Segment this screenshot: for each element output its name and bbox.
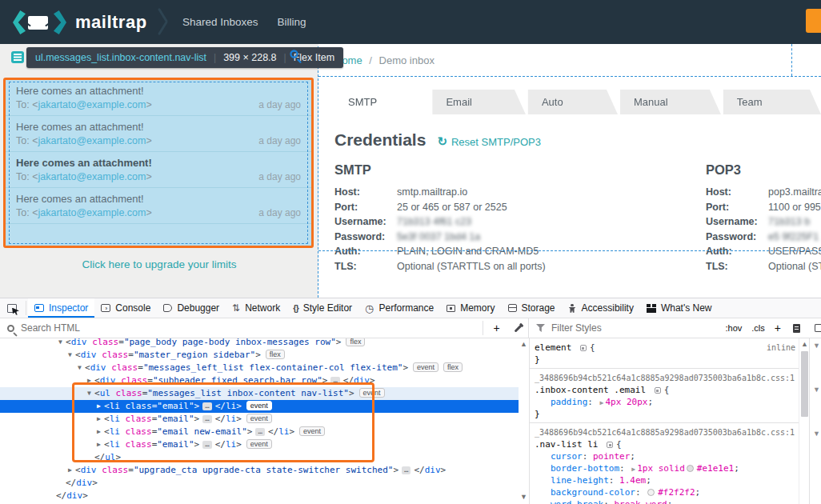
header-cta-button[interactable] <box>806 9 821 33</box>
filter-styles-input[interactable]: Filter Styles <box>551 322 721 334</box>
color-swatch[interactable] <box>647 489 655 496</box>
markup-row[interactable]: ▶<li class="email new-email">…</li>event <box>0 426 519 438</box>
markup-row[interactable]: ▼<div class="messages_left_list flex-con… <box>0 362 519 374</box>
highlight-target-icon[interactable] <box>607 442 613 448</box>
page-search-icon[interactable] <box>290 50 298 58</box>
event-badge[interactable]: event <box>359 388 385 398</box>
css-declaration[interactable]: border-bottom: ▶1px solid#e1e1e1; <box>530 462 799 474</box>
print-to-file-icon[interactable] <box>793 324 800 333</box>
css-declaration[interactable]: background-color: #f2f2f2; <box>530 486 799 498</box>
expander-icon[interactable]: ▶ <box>84 374 94 387</box>
event-badge[interactable]: event <box>413 362 439 372</box>
css-declaration[interactable]: line-height: 1.4em; <box>530 474 799 486</box>
nav-item-shared-inboxes[interactable]: Shared Inboxes <box>182 16 258 28</box>
node-ellipsis-badge[interactable]: … <box>202 402 211 410</box>
flex-badge[interactable]: flex <box>443 362 463 372</box>
node-ellipsis-badge[interactable]: … <box>202 415 211 423</box>
css-selector-line[interactable]: .inbox-content .email { <box>530 384 799 396</box>
markup-row[interactable]: </div> <box>0 490 519 502</box>
add-rule-button[interactable]: + <box>770 320 786 336</box>
expander-icon[interactable]: ▶ <box>94 400 104 413</box>
expander-icon[interactable]: ▼ <box>65 349 75 362</box>
flex-badge[interactable]: flex <box>266 350 285 359</box>
markup-scrollbar[interactable]: ▲ ▼ <box>519 338 529 504</box>
mail-list-item[interactable]: Here comes an attachment!To: <jakartato@… <box>6 80 311 116</box>
mailtrap-logo[interactable]: mailtrap <box>13 8 147 37</box>
markup-row[interactable]: ▶<div class="subheader fixed search-bar … <box>0 374 519 387</box>
class-toggle-button[interactable]: .cls <box>747 322 770 334</box>
eyedropper-icon[interactable] <box>514 324 522 332</box>
color-swatch[interactable] <box>687 465 694 472</box>
devtools-tab-console[interactable]: ›Console <box>94 298 157 318</box>
event-badge[interactable]: event <box>299 426 325 436</box>
chevron-down-icon[interactable]: ▼ <box>813 430 820 438</box>
devtools-tab-debugger[interactable]: Debugger <box>157 298 226 318</box>
search-html-input[interactable]: Search HTML <box>0 322 479 334</box>
css-declaration[interactable]: word-break: break-word; <box>530 498 799 504</box>
markup-row[interactable]: ▼<div class="master_region sidebar">flex <box>0 349 519 362</box>
mail-list-item[interactable]: Here comes an attachment!To: <jakartato@… <box>6 152 311 188</box>
markup-row[interactable]: </ul> <box>0 451 519 464</box>
devtools-tab-style-editor[interactable]: {}Style Editor <box>286 298 358 318</box>
upgrade-limits-link[interactable]: Click here to upgrade your limits <box>0 258 318 270</box>
expander-icon[interactable]: ▼ <box>55 338 66 349</box>
devtools-tab-memory[interactable]: Memory <box>440 298 501 318</box>
devtools-tab-what-s-new[interactable]: What's New <box>640 298 719 318</box>
expander-icon[interactable]: ▶ <box>94 438 104 451</box>
devtools-tab-network[interactable]: ⇅Network <box>226 298 286 318</box>
chevron-down-icon[interactable]: ▼ <box>813 342 820 350</box>
expander-icon[interactable]: ▶ <box>65 464 75 477</box>
css-selector-line[interactable]: .nav-list li { <box>530 438 799 450</box>
stylesheet-source-link[interactable]: _3488696b94cb521c64a1c8885a9298ad0735003… <box>530 426 799 438</box>
expander-icon[interactable]: ▶ <box>94 413 104 426</box>
reset-smtp-pop3-link[interactable]: ↻ Reset SMTP/POP3 <box>437 136 541 148</box>
devtools-tab-storage[interactable]: Storage <box>502 298 562 318</box>
node-ellipsis-badge[interactable]: … <box>202 441 211 449</box>
pseudo-class-button[interactable]: :hov <box>721 322 747 334</box>
stylesheet-source-link[interactable]: _3488696b94cb521c64a1c8885a9298ad0735003… <box>530 372 799 384</box>
scrollbar-thumb[interactable] <box>801 351 808 417</box>
add-node-button[interactable]: + <box>487 322 507 334</box>
markup-row[interactable]: ▼<div class="page_body page-body inbox-m… <box>0 338 519 349</box>
devtools-tab-performance[interactable]: ◷Performance <box>358 298 440 318</box>
node-ellipsis-badge[interactable]: … <box>255 428 264 436</box>
tab-manual-forward[interactable]: Manual Forward <box>620 90 721 114</box>
highlight-target-icon[interactable] <box>580 345 587 351</box>
css-declaration[interactable]: cursor: pointer; <box>530 450 799 462</box>
pick-element-button[interactable] <box>0 298 24 318</box>
event-badge[interactable]: event <box>246 401 272 410</box>
mail-list-item[interactable]: Here comes an attachment!To: <jakartato@… <box>6 188 311 224</box>
mail-subject: Here comes an attachment! <box>16 84 301 98</box>
rules-scrollbar[interactable]: ▲ <box>799 338 809 504</box>
flex-badge[interactable]: flex <box>346 338 365 346</box>
scroll-up-icon[interactable]: ▲ <box>519 340 529 348</box>
event-badge[interactable]: event <box>246 439 272 449</box>
css-declaration[interactable]: padding: ▶4px 20px; <box>530 396 799 408</box>
markup-row[interactable]: ▶<li class="email">…</li>event <box>0 438 519 451</box>
logo-chevron-left-icon <box>13 10 26 34</box>
markup-row[interactable]: ▶<li class="email">…</li>event <box>0 400 519 413</box>
node-ellipsis-badge[interactable]: … <box>330 377 339 385</box>
markup-row[interactable]: ▶<div class="upgrade_cta upgrade-cta sta… <box>0 464 519 477</box>
tab-auto-forward[interactable]: Auto Forward <box>528 90 618 114</box>
scroll-down-icon[interactable]: ▼ <box>519 493 529 501</box>
inbox-list-icon[interactable] <box>11 51 24 63</box>
devtools-tab-accessibility[interactable]: Accessibility <box>562 298 640 318</box>
markup-row[interactable]: </div> <box>0 477 519 490</box>
nav-item-billing[interactable]: Billing <box>278 16 306 28</box>
expander-icon[interactable]: ▼ <box>74 362 85 374</box>
markup-row[interactable]: ▶<li class="email">…</li>event <box>0 413 519 426</box>
event-badge[interactable]: event <box>246 414 272 423</box>
tab-email-address[interactable]: Email Address <box>432 90 525 114</box>
expander-icon[interactable]: ▶ <box>94 426 104 438</box>
chevron-down-icon[interactable]: ▼ <box>813 386 820 394</box>
node-ellipsis-badge[interactable]: … <box>402 466 410 474</box>
tab-team-members[interactable]: Team Members <box>723 90 821 114</box>
highlight-target-icon[interactable] <box>655 387 661 394</box>
tab-smtp-settings[interactable]: SMTP Settings <box>334 90 430 114</box>
mail-list-item[interactable]: Here comes an attachment!To: <jakartato@… <box>6 116 311 152</box>
devtools-tab-inspector[interactable]: Inspector <box>28 298 94 318</box>
markup-row[interactable]: ▼<ul class="messages_list inbox-content … <box>0 387 519 400</box>
expander-icon[interactable]: ▼ <box>84 387 94 400</box>
css-selector-line[interactable]: element {inline <box>530 342 799 354</box>
